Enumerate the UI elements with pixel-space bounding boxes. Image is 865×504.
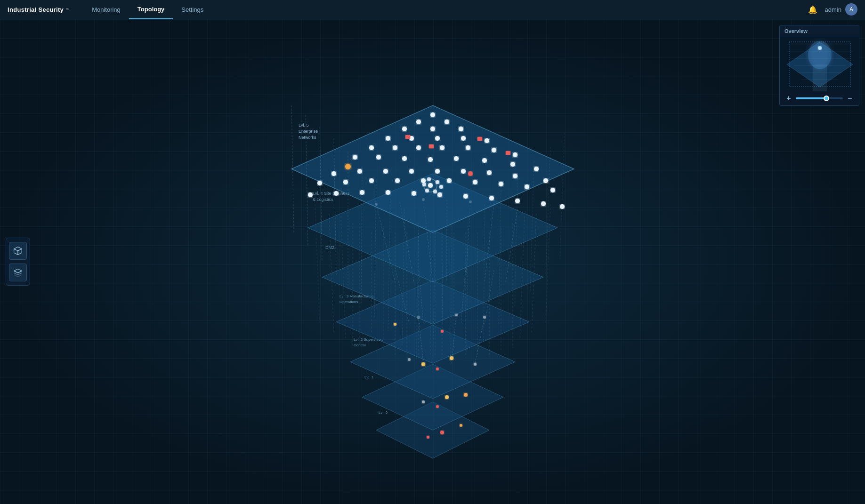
svg-text:Operations: Operations (340, 300, 358, 304)
svg-point-8 (436, 405, 439, 408)
brand-title: Industrial Security (8, 6, 64, 13)
nav-items: Monitoring Topology Settings (83, 0, 808, 19)
svg-text:Control: Control (354, 343, 366, 347)
svg-point-57 (485, 138, 489, 143)
svg-point-49 (445, 120, 449, 124)
svg-point-50 (402, 127, 407, 131)
svg-point-52 (459, 127, 463, 131)
svg-point-82 (435, 169, 440, 174)
svg-point-108 (560, 204, 565, 209)
nav-topology[interactable]: Topology (129, 0, 173, 19)
svg-rect-67 (506, 151, 510, 155)
zoom-slider[interactable] (796, 97, 843, 99)
topology-svg: Lvl. 0 Lvl. 1 Lvl. 2 Supervisory Control (221, 58, 645, 482)
zoom-slider-thumb[interactable] (824, 96, 829, 101)
main-canvas: Lvl. 0 Lvl. 1 Lvl. 2 Supervisory Control (0, 19, 865, 504)
svg-point-81 (409, 169, 414, 174)
svg-text:Enterprise: Enterprise (299, 129, 318, 134)
svg-point-97 (550, 188, 555, 192)
svg-point-83 (461, 169, 466, 174)
svg-point-64 (513, 152, 517, 157)
nav-settings[interactable]: Settings (173, 0, 212, 19)
topology-3d-button[interactable] (9, 242, 27, 260)
svg-point-87 (468, 171, 473, 176)
svg-text:& Logistics: & Logistics (313, 197, 333, 202)
nav-monitoring[interactable]: Monitoring (83, 0, 129, 19)
svg-point-12 (450, 356, 453, 360)
svg-line-157 (560, 133, 565, 258)
svg-point-59 (393, 145, 397, 150)
svg-point-115 (422, 183, 426, 186)
svg-point-1 (440, 431, 444, 434)
svg-point-70 (376, 155, 381, 160)
svg-line-135 (546, 204, 550, 324)
svg-point-74 (482, 158, 487, 163)
svg-text:Lvl. 1: Lvl. 1 (364, 375, 374, 379)
svg-rect-66 (477, 137, 482, 141)
zoom-out-button[interactable]: − (846, 94, 854, 103)
zoom-in-button[interactable]: + (784, 94, 793, 103)
svg-point-114 (425, 189, 429, 192)
svg-point-72 (428, 157, 433, 162)
svg-text:DMZ: DMZ (325, 245, 335, 250)
svg-point-89 (343, 180, 348, 184)
topology-flat-button[interactable] (9, 264, 27, 281)
svg-point-56 (461, 136, 466, 141)
svg-text:Lvl. 0: Lvl. 0 (379, 410, 388, 415)
svg-point-2 (460, 424, 462, 427)
zoom-controls: + − (780, 91, 859, 105)
svg-point-93 (447, 178, 452, 183)
svg-point-5 (445, 395, 449, 399)
svg-point-14 (408, 358, 411, 361)
svg-point-104 (463, 194, 468, 199)
svg-point-58 (369, 145, 374, 150)
brand-tm: ™ (65, 8, 69, 12)
svg-point-48 (416, 120, 421, 124)
svg-point-92 (421, 178, 426, 183)
overview-minimap[interactable] (780, 37, 859, 91)
svg-point-95 (499, 182, 503, 186)
svg-point-111 (436, 180, 439, 184)
username-label: admin (825, 6, 841, 13)
svg-point-103 (437, 192, 442, 197)
svg-point-78 (331, 171, 336, 176)
svg-point-6 (422, 400, 425, 403)
svg-point-63 (492, 148, 496, 152)
svg-point-60 (416, 145, 421, 150)
brand-logo: Industrial Security™ (8, 6, 69, 13)
svg-point-76 (534, 167, 539, 171)
svg-point-3 (427, 436, 429, 439)
nav-right: 🔔 admin A (808, 3, 857, 16)
svg-point-98 (308, 192, 313, 197)
svg-point-61 (440, 145, 445, 150)
svg-point-71 (402, 156, 407, 161)
svg-rect-68 (429, 144, 434, 148)
svg-point-96 (525, 184, 529, 189)
svg-point-86 (543, 178, 548, 183)
navbar: Industrial Security™ Monitoring Topology… (0, 0, 865, 19)
svg-point-85 (513, 174, 517, 178)
svg-point-79 (357, 169, 362, 174)
svg-point-112 (439, 185, 443, 189)
svg-point-94 (473, 180, 477, 184)
svg-point-91 (395, 178, 400, 183)
svg-text:Lvl. 5: Lvl. 5 (299, 123, 309, 128)
svg-point-102 (412, 191, 416, 196)
svg-point-62 (466, 145, 470, 150)
svg-point-7 (464, 393, 468, 397)
svg-line-136 (315, 204, 320, 324)
svg-point-107 (541, 201, 546, 206)
svg-point-161 (818, 46, 822, 50)
notification-bell-icon[interactable]: 🔔 (808, 5, 817, 14)
svg-point-160 (808, 41, 832, 69)
overview-panel: Overview (779, 25, 859, 106)
user-area[interactable]: admin A (825, 3, 857, 16)
svg-point-88 (317, 181, 322, 185)
svg-point-116 (427, 177, 431, 181)
svg-point-80 (383, 169, 388, 174)
svg-point-13 (474, 363, 477, 366)
svg-point-69 (353, 155, 357, 160)
svg-point-106 (515, 199, 520, 203)
svg-point-73 (454, 156, 459, 161)
svg-point-90 (369, 178, 374, 183)
